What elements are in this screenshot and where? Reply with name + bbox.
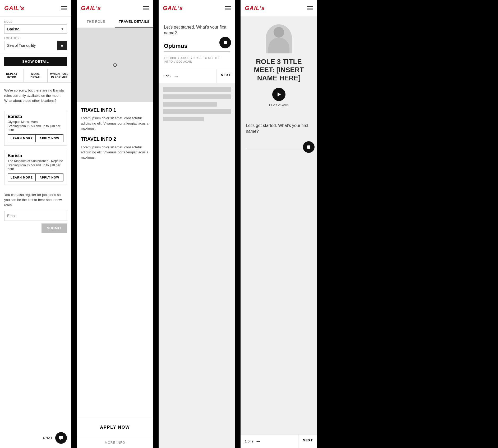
nav-bar-bottom-3: 1 of 9 → NEXT [159, 69, 235, 83]
which-line1: WHICH ROLE [50, 72, 68, 75]
role-big-title: ROLE 3 TITLE MEET: [INSERT NAME HERE] [246, 58, 312, 83]
travel-info-text-2: Lorem ipsum dolor sit amet, consectetur … [81, 145, 149, 160]
action-bar: REPLAY INTRO MORE DETAIL WHICH ROLE IS F… [0, 69, 71, 83]
role-field-section: ROLE Barista ▼ LOCATION ■ [0, 17, 71, 54]
email-input[interactable] [4, 211, 67, 221]
gails-logo-3: GAIL's [163, 5, 183, 12]
hamburger-menu-4[interactable] [307, 6, 313, 10]
apply-now-button-2[interactable]: APPLY NOW [35, 173, 63, 181]
stop-icon [223, 40, 228, 45]
avatar-silhouette [266, 24, 292, 53]
replay-intro-button[interactable]: REPLAY INTRO [0, 69, 24, 82]
panel4-header: GAIL's [241, 0, 317, 16]
location-input[interactable] [4, 41, 57, 50]
nav-bar-bottom-4: 1 of 9 → NEXT [241, 434, 317, 448]
job-location-2: The Kingdom of Subterranea , Neptune [8, 159, 63, 163]
panel4-stop-button[interactable] [303, 141, 315, 153]
panel2-header: GAIL's [77, 0, 153, 16]
gails-logo: GAIL's [4, 5, 24, 12]
chat-label: CHAT [43, 436, 53, 440]
role-value: Barista [7, 27, 20, 31]
job-title-2: Barista [8, 153, 63, 158]
job-location-1: Olympus Mons, Mars [8, 120, 63, 124]
location-row: ■ [4, 41, 67, 50]
show-detail-button[interactable]: SHOW DETAIL [4, 57, 67, 66]
chat-icon [58, 435, 64, 441]
job-title-1: Barista [8, 114, 63, 119]
replay-line2: INTRO [7, 76, 16, 79]
job-pay-2: Starting from £9.50 and up to $10 per ho… [8, 163, 63, 171]
job-actions-2: LEARN MORE APPLY NOW [8, 173, 63, 181]
travel-info-text-1: Lorem ipsum dolor sit amet, consectetur … [81, 116, 149, 131]
apply-now-button-1[interactable]: APPLY NOW [35, 134, 63, 142]
role-title-area: ROLE 3 TITLE MEET: [INSERT NAME HERE] PL… [241, 16, 317, 117]
register-text: You can also register for job alerts so … [4, 192, 67, 208]
which-line2: IS FOR ME? [51, 76, 67, 79]
nav-page-4: 1 of 9 → [241, 435, 298, 448]
skeleton-content [159, 83, 235, 126]
nav-arrow-3[interactable]: → [174, 73, 179, 79]
page-info-3: 1 of 9 [163, 74, 172, 78]
panel-questionnaire: GAIL's Let's get started. What's your fi… [159, 0, 235, 448]
panel4-question-text: Let's get started. What's your first nam… [246, 123, 312, 135]
gails-logo-4: GAIL's [245, 5, 265, 12]
page-info-4: 1 of 9 [245, 439, 253, 443]
skeleton-5 [163, 117, 204, 121]
play-again-button[interactable] [272, 88, 285, 101]
play-icon [276, 92, 282, 97]
tab-travel-details[interactable]: TRAVEL DETAILS [115, 16, 153, 28]
more-line2: DETAIL [30, 76, 40, 79]
stop-button[interactable] [219, 37, 231, 48]
replay-line1: REPLAY [6, 72, 17, 75]
gails-logo-2: GAIL's [81, 5, 101, 12]
hamburger-menu[interactable] [61, 6, 67, 10]
question-text: Let's get started. What's your first nam… [164, 24, 230, 36]
job-actions-1: LEARN MORE APPLY NOW [8, 134, 63, 142]
chat-bar: CHAT [0, 428, 71, 448]
hamburger-menu-2[interactable] [143, 6, 149, 10]
panel4-answer-input[interactable] [246, 139, 312, 150]
learn-more-button-2[interactable]: LEARN MORE [8, 173, 35, 181]
play-again-label: PLAY AGAIN [269, 103, 289, 107]
map-area: ⌖ [77, 28, 153, 102]
more-detail-button[interactable]: MORE DETAIL [24, 69, 48, 82]
submit-button[interactable]: SUBMIT [42, 223, 67, 233]
hamburger-menu-3[interactable] [225, 6, 231, 10]
panel-travel: GAIL's THE ROLE TRAVEL DETAILS ⌖ TRAVEL … [77, 0, 153, 448]
skeleton-4 [163, 109, 231, 114]
tab-bar: THE ROLE TRAVEL DETAILS [77, 16, 153, 28]
location-search-button[interactable]: ■ [57, 41, 67, 50]
tip-text: TIP: HIDE YOUR KEYBOARD TO SEE THE INTRO… [164, 56, 230, 64]
travel-info-title-1: TRAVEL INFO 1 [81, 107, 149, 113]
apply-now-button[interactable]: APPLY NOW [81, 422, 149, 432]
travel-info-title-2: TRAVEL INFO 2 [81, 136, 149, 142]
panel3-header: GAIL's [159, 0, 235, 16]
learn-more-button-1[interactable]: LEARN MORE [8, 134, 35, 142]
location-label: LOCATION [4, 37, 67, 40]
next-button-3[interactable]: NEXT [216, 69, 235, 83]
play-again-area: PLAY AGAIN [269, 88, 289, 107]
job-pay-1: Starting from £9.50 and up to $10 per ho… [8, 124, 63, 132]
panel-search: GAIL's ROLE Barista ▼ LOCATION ■ SHOW DE… [0, 0, 71, 448]
role-select[interactable]: Barista ▼ [4, 24, 67, 34]
register-section: You can also register for job alerts so … [0, 187, 71, 238]
skeleton-3 [163, 102, 217, 107]
nav-page-3: 1 of 9 → [159, 69, 216, 83]
panel-role-intro: GAIL's ROLE 3 TITLE MEET: [INSERT NAME H… [241, 0, 317, 448]
which-role-button[interactable]: WHICH ROLE IS FOR ME? [48, 69, 71, 82]
travel-content: TRAVEL INFO 1 Lorem ipsum dolor sit amet… [77, 102, 153, 418]
stop-icon-4 [306, 145, 311, 149]
map-pin-icon: ⌖ [112, 60, 118, 71]
learn-more-link[interactable]: MORE INFO [105, 441, 125, 445]
question-wrapper: Let's get started. What's your first nam… [159, 16, 235, 69]
chat-button[interactable] [55, 432, 67, 444]
no-roles-text: We're so sorry, but there are no Barista… [0, 83, 71, 109]
role-label: ROLE [4, 20, 67, 23]
panel4-question-area: Let's get started. What's your first nam… [241, 117, 317, 156]
more-line1: MORE [31, 72, 40, 75]
svg-marker-1 [60, 439, 61, 440]
next-button-4[interactable]: NEXT [298, 435, 317, 448]
chevron-down-icon: ▼ [61, 27, 64, 31]
nav-arrow-4[interactable]: → [256, 438, 261, 444]
tab-the-role[interactable]: THE ROLE [77, 16, 115, 28]
